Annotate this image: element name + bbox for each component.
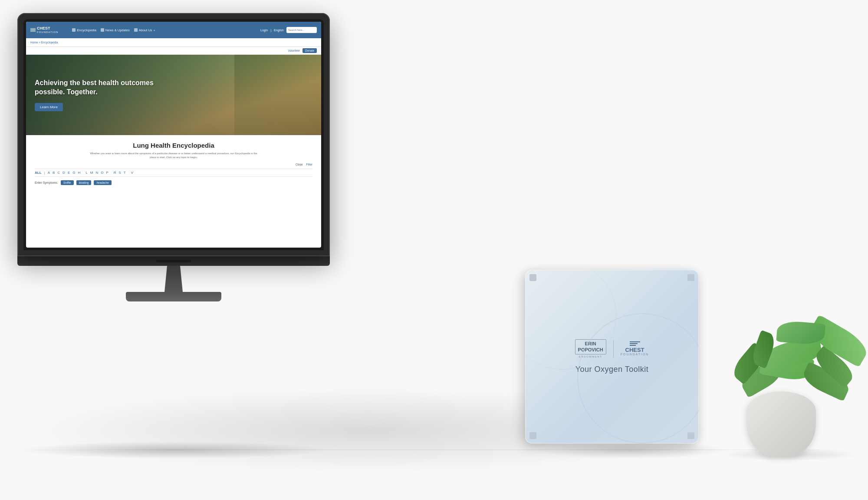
alpha-sep: | [44,171,45,175]
symptoms-label: Enter Symptoms: [35,181,58,184]
hero-trees [234,55,321,135]
symptom-bloating[interactable]: bloating [76,180,92,185]
alpha-t[interactable]: T [124,171,126,175]
logo-lines [30,28,36,32]
symptom-headache[interactable]: headache [94,180,112,185]
chest-logo: CHEST FOUNDATION [30,26,58,33]
box-corner-tr [687,274,694,281]
alpha-l[interactable]: L [85,171,87,175]
nav-separator: | [270,29,271,32]
chest-box-lines [630,341,640,346]
alpha-b[interactable]: B [53,171,55,175]
alpha-v[interactable]: V [131,171,133,175]
volunteer-link[interactable]: Volunteer [288,49,300,52]
box-arc-1 [577,313,699,444]
dropdown-chevron: ▾ [154,29,155,32]
alpha-c[interactable]: C [57,171,60,175]
plant-pot [746,391,816,457]
alpha-m[interactable]: M [90,171,93,175]
alpha-p[interactable]: P [106,171,108,175]
filter-label[interactable]: Filter [306,163,312,166]
hero-title: Achieving the best health outcomes possi… [35,79,154,97]
alpha-all[interactable]: ALL [35,171,42,175]
monitor-base [126,292,221,301]
filter-row: Close Filter [35,163,312,166]
logo-divider [613,340,614,358]
box-title: Your Oxygen Toolkit [575,365,649,374]
box-body: ERIN POPOVICH ENDOWMENT CHEST FOUNDATION [525,270,699,444]
alpha-e[interactable]: E [68,171,70,175]
alpha-s[interactable]: S [119,171,121,175]
monitor-chin-notch [156,260,191,262]
monitor-frame: CHEST FOUNDATION Encyclopedia Ne [17,13,330,256]
symptoms-row: Enter Symptoms: Sniffle bloating headach… [35,180,312,185]
breadcrumb-bar: Home > Encyclopedia [26,38,321,47]
chest-foundation-logo: CHEST FOUNDATION [621,341,649,356]
hero-content: Achieving the best health outcomes possi… [35,79,154,111]
nav-about[interactable]: About Us ▾ [134,28,155,32]
nav-encyclopedia[interactable]: Encyclopedia [72,28,96,32]
encyclopedia-section: Lung Health Encyclopedia Whether you wan… [26,135,321,189]
alphabet-row: ALL | A B C D E G H L M N O [35,169,312,177]
alpha-n[interactable]: N [95,171,98,175]
website-navbar: CHEST FOUNDATION Encyclopedia Ne [26,22,321,38]
erin-popovich-logo: ERIN POPOVICH ENDOWMENT [575,339,606,358]
alpha-r[interactable]: R [114,171,116,175]
breadcrumb: Home > Encyclopedia [30,41,58,44]
news-icon [101,28,104,32]
chest-box-sub: FOUNDATION [621,353,649,356]
book-icon [72,28,76,32]
box-corner-br [687,432,694,439]
toolkit-box: ERIN POPOVICH ENDOWMENT CHEST FOUNDATION [525,270,707,452]
monitor-screen: CHEST FOUNDATION Encyclopedia Ne [26,22,321,248]
nav-right: Login | English [260,27,317,33]
actions-bar: Volunteer Donate [26,47,321,55]
logo-text: CHEST FOUNDATION [37,26,58,33]
search-input[interactable] [286,27,317,33]
monitor-stand [17,256,330,301]
alpha-a[interactable]: A [48,171,50,175]
encyclopedia-title: Lung Health Encyclopedia [35,142,312,149]
box-logos: ERIN POPOVICH ENDOWMENT CHEST FOUNDATION [575,339,649,358]
encyclopedia-description: Whether you want to learn more about the… [87,152,260,159]
chest-box-name: CHEST [625,347,644,353]
monitor-chin [17,256,330,266]
nav-links: Encyclopedia News & Updates About Us ▾ [72,28,255,32]
page-scene: CHEST FOUNDATION Encyclopedia Ne [0,0,868,500]
monitor-shadow [17,441,330,459]
box-corner-tl [529,274,536,281]
monitor-stem [161,266,187,292]
alpha-o[interactable]: O [101,171,103,175]
language-selector[interactable]: English [274,29,284,32]
box-corner-bl [529,432,536,439]
erin-logo-text: ERIN POPOVICH [575,339,606,354]
nav-news[interactable]: News & Updates [101,28,130,32]
home-icon [134,28,138,32]
login-link[interactable]: Login [260,29,268,32]
hero-section: Achieving the best health outcomes possi… [26,55,321,135]
symptom-sniffle[interactable]: Sniffle [61,180,74,185]
endowment-label: ENDOWMENT [575,355,606,358]
close-label[interactable]: Close [296,163,303,166]
donate-button[interactable]: Donate [302,48,317,53]
alpha-g[interactable]: G [72,171,75,175]
monitor-bezel: CHEST FOUNDATION Encyclopedia Ne [23,19,324,250]
monitor: CHEST FOUNDATION Encyclopedia Ne [17,13,343,301]
alpha-d[interactable]: D [62,171,65,175]
alpha-h[interactable]: H [78,171,80,175]
learn-more-button[interactable]: Learn More [35,103,63,111]
